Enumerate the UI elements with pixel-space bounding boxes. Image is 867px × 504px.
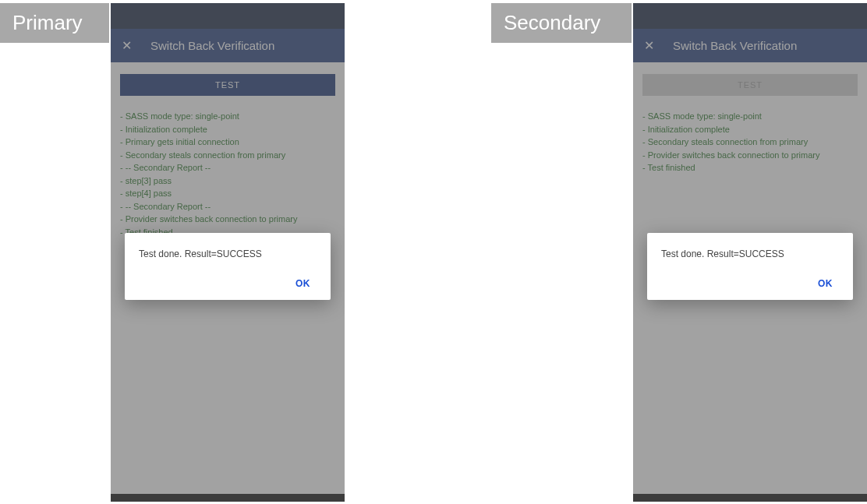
result-dialog: Test done. Result=SUCCESS OK [647, 233, 853, 300]
result-dialog: Test done. Result=SUCCESS OK [125, 233, 331, 300]
dialog-message: Test done. Result=SUCCESS [139, 248, 317, 259]
secondary-label: Secondary [491, 3, 632, 43]
primary-label: Primary [0, 3, 109, 43]
dialog-ok-button[interactable]: OK [289, 273, 317, 294]
dialog-message: Test done. Result=SUCCESS [661, 248, 839, 259]
dialog-ok-button[interactable]: OK [812, 273, 839, 294]
primary-phone: ✕ Switch Back Verification TEST SASS mod… [111, 3, 345, 502]
secondary-phone: ✕ Switch Back Verification TEST SASS mod… [633, 3, 867, 502]
